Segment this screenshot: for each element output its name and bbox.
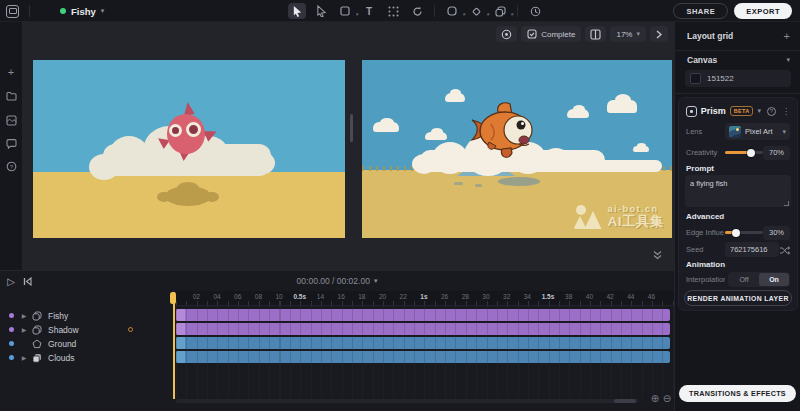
lens-dropdown[interactable]: Pixel Art ▾ <box>725 123 790 140</box>
divider <box>675 93 800 94</box>
blob-fish <box>163 102 213 162</box>
layer-row-ground[interactable]: Ground <box>0 337 176 350</box>
creativity-slider[interactable] <box>725 151 763 154</box>
canvas-color-field[interactable] <box>685 70 791 87</box>
ruler-label: 32 <box>496 293 517 300</box>
artboard-frame-2[interactable]: ai-bot.cn AI工具集 <box>362 60 672 238</box>
small-cloud <box>633 146 649 152</box>
canvas-viewport[interactable]: Complete 17% ▾ <box>22 22 674 270</box>
layer-row-shadow[interactable]: ▶ Shadow <box>0 323 176 336</box>
render-animation-layer-button[interactable]: RENDER ANIMATION LAYER <box>684 290 792 306</box>
add-layout-grid-button[interactable]: + <box>784 30 790 42</box>
watermark-logo-icon <box>574 204 602 230</box>
slider-knob[interactable] <box>747 149 755 157</box>
creativity-row: Creativity 70% <box>686 144 790 161</box>
keyframe-indicator[interactable] <box>128 327 133 332</box>
zoom-in-icon[interactable]: ⊕ <box>649 392 661 404</box>
track-clip-shadow[interactable] <box>176 323 670 335</box>
prompt-input[interactable]: a flying fish <box>685 175 791 207</box>
ruler-label: 06 <box>227 293 248 300</box>
layer-color-dot <box>9 327 14 332</box>
advanced-label: Advanced <box>686 212 724 221</box>
help-icon[interactable]: ? <box>0 158 22 174</box>
prism-header[interactable]: Prism BETA ▾ ? ⋮ <box>686 104 790 118</box>
transport-bar: ▷ 00:00.00 / 00:02.00 ▾ <box>0 271 674 291</box>
layer-row-clouds[interactable]: ▶ Clouds <box>0 351 176 364</box>
canvas-color-input[interactable] <box>707 74 767 83</box>
ruler-label: 46 <box>641 293 662 300</box>
frame-divider-handle[interactable] <box>350 114 353 142</box>
timeline-ruler[interactable]: 02 04 06 08 10 0.5s 14 16 18 20 22 1s 26… <box>176 291 674 306</box>
layer-name: Clouds <box>48 353 74 363</box>
copy-icon <box>30 353 44 363</box>
text-tool[interactable]: T <box>360 3 378 19</box>
artboard-frame-1[interactable] <box>33 60 345 238</box>
slider-knob[interactable] <box>732 229 740 237</box>
add-icon[interactable]: + <box>0 64 22 80</box>
shape-tool[interactable]: ▾ <box>443 3 461 19</box>
layer-row-fishy[interactable]: ▶ Fishy <box>0 309 176 322</box>
edge-influence-slider[interactable] <box>725 231 763 234</box>
select-tool[interactable] <box>288 3 306 19</box>
collapse-chevrons-icon[interactable] <box>653 246 662 264</box>
time-display-dropdown[interactable]: 00:00.00 / 00:02.00 ▾ <box>0 271 674 291</box>
timeline-scrollbar[interactable] <box>176 399 638 403</box>
watermark-line2: AI工具集 <box>608 215 665 229</box>
ruler-label: 10 <box>269 293 290 300</box>
interpolation-on-option[interactable]: On <box>759 273 789 286</box>
next-button[interactable] <box>650 26 668 42</box>
track-clip-ground[interactable] <box>176 337 670 349</box>
project-menu[interactable]: Fishy ▾ <box>60 6 104 17</box>
rotate-tool[interactable] <box>408 3 426 19</box>
divider <box>675 50 800 51</box>
lens-label: Lens <box>686 127 725 136</box>
seed-input[interactable] <box>725 242 779 257</box>
creativity-value[interactable]: 70% <box>763 146 790 160</box>
zoom-dropdown[interactable]: 17% ▾ <box>610 26 646 42</box>
kebab-menu-icon[interactable]: ⋮ <box>782 107 790 116</box>
folder-icon[interactable] <box>0 88 22 104</box>
chevron-right-icon[interactable]: ▶ <box>18 354 30 361</box>
shuffle-icon[interactable] <box>779 241 790 259</box>
interpolation-off-option[interactable]: Off <box>729 273 759 286</box>
chevron-down-icon[interactable]: ▾ <box>757 107 761 115</box>
lens-value: Pixel Art <box>745 127 778 136</box>
ruler-label: 08 <box>248 293 269 300</box>
chevron-right-icon[interactable]: ▶ <box>18 326 30 333</box>
layers-tool[interactable]: ▾ <box>491 3 509 19</box>
diamond-tool[interactable]: ▾ <box>467 3 485 19</box>
chevron-down-icon: ▾ <box>510 11 513 17</box>
split-view-button[interactable] <box>585 26 606 42</box>
ruler-label: 30 <box>476 293 497 300</box>
ruler-label: 04 <box>207 293 228 300</box>
frame-tool[interactable]: ▾ <box>336 3 354 19</box>
scrollbar-handle[interactable] <box>614 399 636 403</box>
assets-icon[interactable] <box>0 112 22 128</box>
zoom-out-icon[interactable]: ⊖ <box>661 392 673 404</box>
playhead-handle[interactable] <box>170 292 176 304</box>
layout-grid-title: Layout grid <box>687 31 733 41</box>
track-clip-fishy[interactable] <box>176 309 670 321</box>
edge-influence-value[interactable]: 30% <box>763 226 790 240</box>
transform-tool[interactable] <box>384 3 402 19</box>
watermark: ai-bot.cn AI工具集 <box>574 204 665 230</box>
export-button[interactable]: EXPORT <box>734 3 792 19</box>
direct-select-tool[interactable] <box>312 3 330 19</box>
transitions-effects-button[interactable]: TRANSITIONS & EFFECTS <box>679 385 796 402</box>
app-logo-icon[interactable] <box>6 5 19 18</box>
help-icon[interactable]: ? <box>767 107 776 116</box>
track-clip-clouds[interactable] <box>176 351 670 363</box>
complete-status-button[interactable]: Complete <box>521 26 581 42</box>
record-button[interactable] <box>496 26 517 42</box>
separator <box>517 5 518 17</box>
color-swatch[interactable] <box>690 73 701 84</box>
history-tool[interactable] <box>526 3 544 19</box>
chevron-down-icon: ▾ <box>786 56 790 64</box>
canvas-section-header[interactable]: Canvas ▾ <box>687 55 790 65</box>
chevron-right-icon[interactable]: ▶ <box>18 312 30 319</box>
chevron-down-icon: ▾ <box>374 277 378 285</box>
timeline-panel: ▷ 00:00.00 / 00:02.00 ▾ 02 04 06 08 10 0… <box>0 270 674 411</box>
comments-icon[interactable] <box>0 136 22 152</box>
share-button[interactable]: SHARE <box>673 3 728 19</box>
pentagon-icon <box>30 339 44 349</box>
